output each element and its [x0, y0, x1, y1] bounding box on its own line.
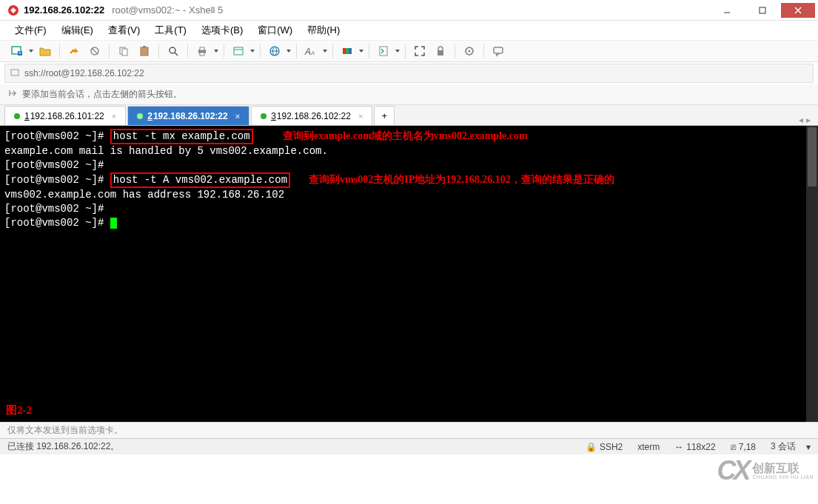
- paste-button[interactable]: [135, 42, 154, 60]
- font-dropdown[interactable]: [322, 42, 328, 60]
- watermark-logo: CX: [717, 455, 748, 486]
- svg-rect-34: [11, 70, 19, 75]
- tab-prev-icon[interactable]: ◂: [799, 115, 803, 125]
- new-session-button[interactable]: +: [7, 42, 27, 60]
- toolbar-separator: [369, 44, 369, 58]
- scrollbar-thumb[interactable]: [808, 127, 817, 187]
- settings-button[interactable]: [460, 42, 479, 60]
- open-button[interactable]: [36, 42, 55, 60]
- svg-rect-27: [346, 48, 349, 54]
- toolbar-separator: [187, 44, 188, 58]
- menu-tabs[interactable]: 选项卡(B): [195, 22, 249, 38]
- watermark: CX 创新互联 CHUANG XIN HU LIAN: [717, 455, 814, 486]
- svg-text:A: A: [304, 47, 311, 57]
- grid-icon: ⎚: [731, 442, 736, 452]
- tab-number: 3: [271, 111, 276, 121]
- svg-text:A: A: [310, 50, 315, 56]
- dropdown-icon[interactable]: ▾: [806, 442, 811, 452]
- globe-button[interactable]: [265, 42, 284, 60]
- window-buttons: [708, 3, 815, 18]
- color-scheme-button[interactable]: [338, 42, 357, 60]
- tab-label: 192.168.26.101:22: [30, 111, 104, 121]
- close-button[interactable]: [781, 3, 815, 18]
- tab-close-icon[interactable]: ×: [235, 112, 240, 121]
- hint-bar: 要添加当前会话，点击左侧的箭头按钮。: [0, 84, 818, 105]
- address-url: ssh://root@192.168.26.102:22: [24, 68, 144, 78]
- properties-button[interactable]: [229, 42, 248, 60]
- fullscreen-button[interactable]: [410, 42, 429, 60]
- toolbar-separator: [109, 44, 110, 58]
- add-tab-button[interactable]: +: [374, 106, 395, 125]
- send-hint-text: 仅将文本发送到当前选项卡。: [7, 424, 123, 437]
- tab-next-icon[interactable]: ▸: [806, 115, 811, 125]
- watermark-cn: 创新互联: [752, 463, 814, 474]
- toolbar-separator: [224, 44, 224, 58]
- status-dot-icon: [137, 113, 143, 119]
- status-position: ⎚7,18: [731, 442, 756, 452]
- cursor: [110, 218, 117, 229]
- svg-point-32: [469, 50, 471, 53]
- svg-text:+: +: [19, 50, 21, 56]
- address-bar[interactable]: ssh://root@192.168.26.102:22: [4, 64, 814, 83]
- toolbar-separator: [483, 44, 484, 58]
- tab-number: 1: [24, 111, 30, 121]
- prompt: [root@vms002 ~]#: [4, 217, 104, 229]
- find-button[interactable]: [164, 42, 183, 60]
- svg-point-14: [170, 47, 175, 53]
- hint-arrow-icon[interactable]: [7, 88, 18, 101]
- globe-dropdown[interactable]: [286, 42, 292, 60]
- svg-rect-28: [349, 48, 352, 54]
- chat-button[interactable]: [489, 42, 508, 60]
- svg-rect-30: [438, 50, 443, 56]
- tab-close-icon[interactable]: ×: [112, 112, 116, 121]
- maximize-button[interactable]: [745, 3, 780, 18]
- script-button[interactable]: [374, 42, 393, 60]
- properties-dropdown[interactable]: [249, 42, 255, 60]
- status-size: ↔118x22: [674, 442, 715, 452]
- svg-rect-2: [760, 7, 765, 13]
- minimize-button[interactable]: [710, 3, 744, 18]
- new-session-dropdown[interactable]: [28, 42, 34, 60]
- session-tab-3[interactable]: 3 192.168.26.102:22 ×: [251, 106, 372, 125]
- status-term: xterm: [637, 442, 660, 452]
- menu-window[interactable]: 窗口(W): [252, 22, 298, 38]
- lock-icon: 🔒: [586, 442, 597, 452]
- prompt: [root@vms002 ~]#: [4, 158, 814, 172]
- menu-view[interactable]: 查看(V): [102, 22, 146, 38]
- title-sub: root@vms002:~ - Xshell 5: [112, 4, 223, 16]
- svg-rect-26: [343, 48, 346, 54]
- toolbar-separator: [405, 44, 406, 58]
- tab-number: 2: [147, 111, 152, 121]
- reconnect-button[interactable]: [64, 42, 84, 60]
- lock-button[interactable]: [431, 42, 450, 60]
- menu-edit[interactable]: 编辑(E): [56, 22, 99, 38]
- output-2: vms002.example.com has address 192.168.2…: [4, 188, 814, 202]
- tab-label: 192.168.26.102:22: [277, 111, 351, 121]
- status-sessions: 3 会话: [771, 440, 796, 453]
- color-dropdown[interactable]: [358, 42, 364, 60]
- svg-rect-18: [200, 53, 204, 56]
- tab-close-icon[interactable]: ×: [358, 112, 363, 121]
- menu-tools[interactable]: 工具(T): [149, 22, 192, 38]
- svg-rect-13: [143, 46, 146, 48]
- send-hint: 仅将文本发送到当前选项卡。: [0, 422, 818, 438]
- terminal[interactable]: [root@vms002 ~]# host -t mx example.com查…: [0, 126, 818, 422]
- toolbar-separator: [158, 44, 159, 58]
- annotation-2: 查询到vms002主机的IP地址为192.168.26.102，查询的结果是正确…: [309, 174, 614, 185]
- menu-file[interactable]: 文件(F): [9, 22, 53, 38]
- size-icon: ↔: [674, 442, 683, 452]
- print-dropdown[interactable]: [213, 42, 219, 60]
- font-button[interactable]: AA: [301, 42, 321, 60]
- svg-rect-19: [234, 47, 243, 55]
- menu-help[interactable]: 帮助(H): [301, 22, 346, 38]
- scrollbar-vertical[interactable]: [806, 126, 818, 422]
- script-dropdown[interactable]: [395, 42, 400, 60]
- copy-button[interactable]: [114, 42, 133, 60]
- disconnect-button[interactable]: [85, 42, 104, 60]
- status-dot-icon: [261, 113, 266, 119]
- command-1: host -t mx example.com: [110, 129, 253, 144]
- session-tab-2[interactable]: 2 192.168.26.102:22 ×: [127, 106, 249, 125]
- session-tab-1[interactable]: 1 192.168.26.101:22 ×: [4, 106, 126, 125]
- title-main: 192.168.26.102:22: [24, 4, 104, 16]
- print-button[interactable]: [192, 42, 212, 60]
